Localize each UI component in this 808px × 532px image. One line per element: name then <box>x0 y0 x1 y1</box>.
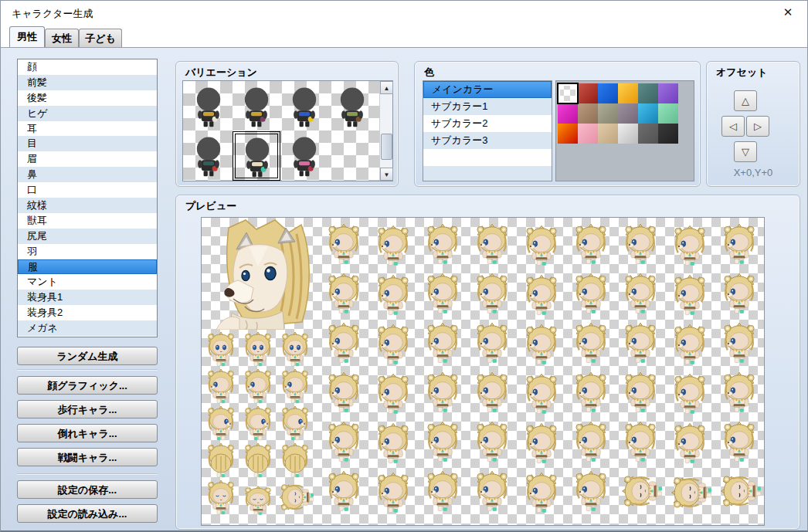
palette-swatch[interactable] <box>558 83 578 103</box>
part-list-item[interactable]: 獣耳 <box>18 213 157 229</box>
offset-down-button[interactable]: ▽ <box>734 141 757 162</box>
palette-swatch[interactable] <box>578 83 598 103</box>
palette-swatch[interactable] <box>658 83 678 103</box>
color-label: 色 <box>424 66 434 80</box>
scroll-thumb[interactable] <box>381 134 392 160</box>
preview-sprite <box>718 469 761 516</box>
preview-sprite <box>322 420 365 466</box>
palette-swatch[interactable] <box>618 83 638 103</box>
preview-sprite <box>569 371 613 417</box>
variation-item[interactable] <box>233 131 280 181</box>
action-button[interactable]: ランダム生成 <box>17 347 158 365</box>
preview-box <box>201 217 765 526</box>
variation-item[interactable] <box>280 131 328 181</box>
preview-sprite <box>520 471 563 517</box>
action-button[interactable]: 設定の保存... <box>17 480 158 499</box>
preview-sprite <box>718 272 761 318</box>
preview-sprite <box>569 420 613 466</box>
part-list-item[interactable]: 前髪 <box>18 75 157 90</box>
part-list-item[interactable]: 装身具2 <box>18 305 157 320</box>
preview-sprite <box>277 330 314 371</box>
action-button[interactable]: 顔グラフィック... <box>17 376 158 395</box>
offset-up-button[interactable]: △ <box>734 90 757 111</box>
part-list-item[interactable]: 服 <box>18 259 157 275</box>
preview-sprite <box>569 469 613 516</box>
action-button[interactable]: 設定の読み込み... <box>17 504 158 523</box>
part-list-item[interactable]: 耳 <box>18 121 157 137</box>
offset-right-button[interactable]: ▷ <box>746 116 769 137</box>
tab-female[interactable]: 女性 <box>45 29 79 47</box>
down-arrow-icon: ▽ <box>742 146 749 158</box>
color-panel: 色 メインカラーサブカラー1サブカラー2サブカラー3 <box>414 61 701 187</box>
preview-sprite <box>421 222 464 269</box>
preview-sprite <box>619 469 662 516</box>
part-list-item[interactable]: 口 <box>18 182 157 198</box>
color-option[interactable]: サブカラー1 <box>423 98 552 115</box>
palette-swatch[interactable] <box>658 103 678 124</box>
preview-sprite <box>421 420 464 466</box>
scroll-up-icon[interactable]: ▲ <box>380 81 393 94</box>
preview-sprite <box>718 420 761 466</box>
part-list-item[interactable]: 装身具1 <box>18 290 157 305</box>
palette-swatch[interactable] <box>598 83 618 103</box>
preview-sprite <box>239 330 277 371</box>
preview-sprite <box>421 321 464 368</box>
right-arrow-icon: ▷ <box>754 120 762 132</box>
preview-sprite <box>372 273 415 320</box>
preview-sprite <box>718 321 761 368</box>
palette-swatch[interactable] <box>658 124 678 144</box>
part-list-item[interactable]: 紋様 <box>18 198 157 213</box>
palette-swatch[interactable] <box>558 124 578 144</box>
action-button[interactable]: 倒れキャラ... <box>17 424 158 442</box>
action-button[interactable]: 戦闘キャラ... <box>17 448 158 466</box>
part-list-item[interactable]: 顔 <box>18 59 157 75</box>
part-list-item[interactable]: 後髪 <box>18 90 157 106</box>
offset-left-button[interactable]: ◁ <box>721 116 745 137</box>
part-list-item[interactable]: 眉 <box>18 151 157 167</box>
preview-sprite <box>619 222 662 269</box>
preview-sprite <box>322 469 365 516</box>
preview-sprite <box>619 420 662 466</box>
palette-swatch[interactable] <box>558 103 578 124</box>
palette-swatch[interactable] <box>618 103 638 124</box>
close-icon[interactable]: ✕ <box>779 4 796 21</box>
preview-sprite <box>619 272 662 318</box>
color-option[interactable]: サブカラー2 <box>423 115 552 132</box>
tab-child[interactable]: 子ども <box>79 29 122 47</box>
color-palette <box>555 80 694 181</box>
preview-sprite <box>668 471 711 517</box>
preview-sprite <box>239 368 277 408</box>
part-list-item[interactable]: 鼻 <box>18 167 157 182</box>
part-list-item[interactable]: 羽 <box>18 244 157 259</box>
palette-swatch[interactable] <box>578 103 598 124</box>
tab-male[interactable]: 男性 <box>9 26 45 47</box>
action-button[interactable]: 歩行キャラ... <box>17 400 158 418</box>
part-list-item[interactable]: 尻尾 <box>18 229 157 244</box>
palette-swatch[interactable] <box>578 124 598 144</box>
preview-sprite <box>239 442 277 482</box>
part-list-item[interactable]: 目 <box>18 136 157 151</box>
color-option[interactable]: サブカラー3 <box>423 132 552 149</box>
palette-swatch[interactable] <box>638 103 658 124</box>
part-list-item[interactable]: ヒゲ <box>18 106 157 121</box>
part-list-item[interactable]: メガネ <box>18 320 157 336</box>
preview-sprite <box>569 321 613 368</box>
variation-item[interactable] <box>328 82 376 131</box>
variation-item[interactable] <box>280 82 328 131</box>
preview-sprite <box>322 272 365 318</box>
variation-item[interactable] <box>233 82 280 131</box>
color-option[interactable]: メインカラー <box>423 81 552 98</box>
preview-sprite <box>718 222 761 269</box>
palette-swatch[interactable] <box>638 83 658 103</box>
palette-swatch[interactable] <box>638 124 658 144</box>
preview-sprite <box>202 479 239 519</box>
part-list-item[interactable]: マント <box>18 274 157 290</box>
palette-swatch[interactable] <box>598 103 618 124</box>
preview-sprite <box>520 323 563 369</box>
palette-swatch[interactable] <box>598 124 618 144</box>
scroll-down-icon[interactable]: ▼ <box>380 168 393 181</box>
variation-scrollbar[interactable]: ▲ ▼ <box>379 81 392 181</box>
variation-item[interactable] <box>185 82 233 131</box>
palette-swatch[interactable] <box>618 124 638 144</box>
variation-item[interactable] <box>185 131 233 181</box>
